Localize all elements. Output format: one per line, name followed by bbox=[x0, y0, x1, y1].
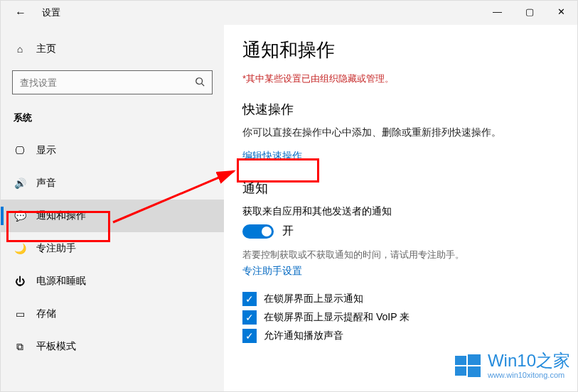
sidebar-item-label: 通知和操作 bbox=[36, 209, 86, 222]
focus-assist-hint: 若要控制获取或不获取通知的时间，请试用专注助手。 bbox=[242, 249, 559, 261]
managed-warning: *其中某些设置已由组织隐藏或管理。 bbox=[242, 72, 559, 85]
maximize-button[interactable]: ▢ bbox=[513, 1, 545, 22]
display-icon: 🖵 bbox=[14, 145, 26, 156]
checkbox-icon[interactable]: ✓ bbox=[242, 329, 257, 343]
svg-line-1 bbox=[202, 83, 205, 86]
tablet-icon: ⧉ bbox=[14, 341, 26, 353]
sidebar-item-label: 存储 bbox=[36, 307, 56, 320]
home-label: 主页 bbox=[36, 43, 56, 55]
sidebar-item-label: 平板模式 bbox=[36, 340, 76, 353]
home-link[interactable]: ⌂ 主页 bbox=[1, 35, 224, 63]
sidebar-item-storage[interactable]: ▭ 存储 bbox=[1, 298, 224, 330]
checkbox-icon[interactable]: ✓ bbox=[242, 310, 257, 325]
sound-icon: 🔊 bbox=[14, 178, 26, 189]
window-title: 设置 bbox=[42, 6, 60, 19]
notifications-heading: 通知 bbox=[242, 180, 559, 197]
sidebar-item-power-sleep[interactable]: ⏻ 电源和睡眠 bbox=[1, 265, 224, 298]
back-button[interactable]: ← bbox=[11, 3, 31, 23]
quick-actions-heading: 快速操作 bbox=[242, 101, 559, 118]
sidebar-item-tablet-mode[interactable]: ⧉ 平板模式 bbox=[1, 330, 224, 363]
category-heading: 系统 bbox=[1, 106, 224, 134]
focus-icon: 🌙 bbox=[14, 243, 26, 254]
checkbox-sound[interactable]: ✓ 允许通知播放声音 bbox=[242, 329, 559, 343]
sidebar-item-label: 专注助手 bbox=[36, 242, 76, 255]
sidebar-item-label: 声音 bbox=[36, 177, 56, 190]
sidebar-item-display[interactable]: 🖵 显示 bbox=[1, 134, 224, 167]
window-controls: — ▢ ✕ bbox=[481, 1, 577, 22]
power-icon: ⏻ bbox=[14, 276, 26, 287]
close-button[interactable]: ✕ bbox=[545, 1, 577, 22]
checkbox-label: 允许通知播放声音 bbox=[264, 330, 343, 342]
toggle-state: 开 bbox=[282, 224, 294, 239]
search-box[interactable] bbox=[12, 70, 213, 94]
sidebar-item-label: 电源和睡眠 bbox=[36, 275, 86, 288]
notifications-toggle-label: 获取来自应用和其他发送者的通知 bbox=[242, 205, 559, 218]
page-title: 通知和操作 bbox=[242, 38, 559, 62]
quick-actions-desc: 你可以直接在操作中心中添加、删除或重新排列快速操作。 bbox=[242, 126, 559, 139]
focus-assist-settings-link[interactable]: 专注助手设置 bbox=[242, 265, 302, 278]
notifications-toggle[interactable] bbox=[242, 224, 274, 239]
storage-icon: ▭ bbox=[14, 308, 26, 320]
sidebar-item-sound[interactable]: 🔊 声音 bbox=[1, 167, 224, 200]
sidebar-item-focus-assist[interactable]: 🌙 专注助手 bbox=[1, 232, 224, 265]
sidebar-item-label: 显示 bbox=[36, 144, 56, 157]
edit-quick-actions-link[interactable]: 编辑快速操作 bbox=[242, 150, 302, 163]
sidebar: ⌂ 主页 系统 🖵 显示 🔊 声音 💬 通知和操作 🌙 专注助手 bbox=[1, 25, 224, 391]
home-icon: ⌂ bbox=[14, 43, 26, 55]
checkbox-label: 在锁屏界面上显示提醒和 VoIP 来 bbox=[264, 311, 410, 324]
checkbox-label: 在锁屏界面上显示通知 bbox=[264, 293, 363, 305]
checkbox-lockscreen-notif[interactable]: ✓ 在锁屏界面上显示通知 bbox=[242, 292, 559, 306]
notifications-icon: 💬 bbox=[14, 210, 26, 222]
main-content: 通知和操作 *其中某些设置已由组织隐藏或管理。 快速操作 你可以直接在操作中心中… bbox=[224, 25, 577, 391]
checkbox-icon[interactable]: ✓ bbox=[242, 292, 257, 306]
svg-point-0 bbox=[196, 77, 203, 84]
search-input[interactable] bbox=[20, 77, 195, 88]
minimize-button[interactable]: — bbox=[481, 1, 513, 22]
sidebar-item-notifications[interactable]: 💬 通知和操作 bbox=[1, 200, 224, 232]
checkbox-lockscreen-voip[interactable]: ✓ 在锁屏界面上显示提醒和 VoIP 来 bbox=[242, 310, 559, 325]
search-icon bbox=[195, 77, 205, 89]
